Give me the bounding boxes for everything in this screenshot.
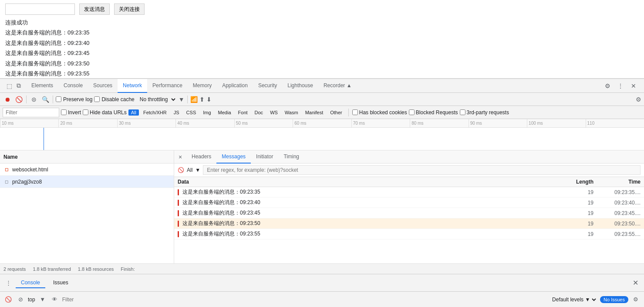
filter-icon[interactable]: ⊜ [29,95,39,104]
level-select[interactable]: Default levels ▼ [550,296,597,303]
third-party-label: 3rd-party requests [467,109,509,116]
disable-cache-checkbox[interactable]: Disable cache [94,96,134,102]
tab-console[interactable]: Console [58,79,88,93]
filter-media[interactable]: Media [216,109,234,116]
list-item-websocket[interactable]: ◻ websocket.html [0,164,174,176]
tab-performance[interactable]: Performance [147,79,188,93]
detail-tab-headers[interactable]: Headers [186,150,216,164]
tab-security[interactable]: Security [253,79,282,93]
preserve-log-checkbox[interactable]: Preserve log [56,96,92,102]
detail-tab-timing[interactable]: Timing [278,150,304,164]
eye-icon[interactable]: 👁 [50,295,60,304]
filter-bar: Invert Hide data URLs All Fetch/XHR JS C… [0,106,644,119]
filter-js[interactable]: JS [171,109,182,116]
wifi-icon[interactable]: 📶 [190,96,198,103]
top-dropdown-icon[interactable]: ▼ [38,295,47,304]
toolbar-divider-1 [26,96,27,103]
network-toolbar: ⏺ 🚫 ⊜ 🔍 Preserve log Disable cache No th… [0,93,644,106]
close-devtools-icon[interactable]: ✕ [628,81,639,91]
inspect-icon[interactable]: ⬚ [5,82,13,90]
device-icon[interactable]: ⧉ [15,82,23,90]
issues-tab[interactable]: Issues [48,278,74,288]
has-blocked-cookies-label: Has blocked cookies [359,109,407,116]
settings-icon[interactable]: ⚙ [602,81,613,91]
upload-icon[interactable]: ⬆ [199,96,205,103]
third-party-input[interactable] [460,109,465,115]
console-filter-input[interactable] [62,297,548,303]
detail-tab-initiator[interactable]: Initiator [251,150,278,164]
blocked-requests-input[interactable] [409,109,415,115]
disable-cache-input[interactable] [94,96,100,102]
list-item-pn2agj3vzo8[interactable]: ◻ pn2agj3vzo8 [0,176,174,188]
filter-ws[interactable]: WS [267,109,280,116]
message-row-0[interactable]: 这是来自服务端的消息：09:23:35 19 09:23:35.... [174,187,644,198]
detail-close-button[interactable]: × [174,151,186,163]
filter-css[interactable]: CSS [184,109,199,116]
filter-wasm[interactable]: Wasm [282,109,301,116]
record-button[interactable]: ⏺ [3,95,12,104]
hide-data-urls-input[interactable] [83,109,88,115]
log-line-1: 这是来自服务端的消息：09:23:35 [5,27,639,38]
throttle-select[interactable]: No throttling [136,96,177,103]
filter-clear-icon: 🚫 [178,167,184,173]
console-close-button[interactable]: ✕ [630,278,641,288]
filter-doc[interactable]: Doc [252,109,266,116]
tick-7: 80 ms [410,119,468,127]
console-stop-icon[interactable]: 🚫 [3,295,13,304]
tab-memory[interactable]: Memory [188,79,217,93]
has-blocked-cookies-input[interactable] [352,109,358,115]
message-row-2[interactable]: 这是来自服务端的消息：09:23:45 19 09:23:45.... [174,208,644,218]
log-output: 连接成功 这是来自服务端的消息：09:23:35 这是来自服务端的消息：09:2… [5,17,639,78]
invert-checkbox[interactable]: Invert [61,109,81,116]
filter-all[interactable]: All [128,109,139,116]
throttle-dropdown-icon[interactable]: ▼ [179,96,185,103]
invert-input[interactable] [61,109,67,115]
blocked-requests-checkbox[interactable]: Blocked Requests [409,109,458,116]
messages-filter-input[interactable] [203,165,641,175]
message-input[interactable] [5,3,75,15]
log-line-5: 这是来自服务端的消息：09:23:55 [5,68,639,78]
tab-application[interactable]: Application [217,79,253,93]
tab-network[interactable]: Network [118,79,147,93]
send-button[interactable]: 发送消息 [79,3,110,15]
name-list: Name ◻ websocket.html ◻ pn2agj3vzo8 [0,150,174,263]
detail-tab-messages[interactable]: Messages [216,150,251,164]
msg-time-1: 09:23:40.... [597,200,641,206]
console-tab[interactable]: Console [16,278,45,288]
tab-sources[interactable]: Sources [88,79,118,93]
msg-data-1: 这是来自服务端的消息：09:23:40 [182,199,564,206]
tab-lighthouse[interactable]: Lighthouse [282,79,318,93]
timeline-body[interactable] [0,128,644,150]
close-connection-button[interactable]: 关闭连接 [114,3,145,15]
third-party-checkbox[interactable]: 3rd-party requests [460,109,509,116]
search-icon[interactable]: 🔍 [40,95,50,104]
messages-dropdown-icon[interactable]: ▼ [195,167,200,173]
messages-filter-clear[interactable]: 🚫 [178,167,184,173]
tab-elements[interactable]: Elements [26,79,58,93]
network-settings-icon[interactable]: ⚙ [636,96,641,103]
download-icon[interactable]: ⬇ [206,96,212,103]
msg-indicator-1 [178,200,179,206]
console-more-icon[interactable]: ⋮ [3,278,13,288]
filter-other[interactable]: Other [327,109,345,116]
console-clear-icon[interactable]: ⊘ [16,295,25,304]
filter-font[interactable]: Font [236,109,250,116]
message-row-4[interactable]: 这是来自服务端的消息：09:23:55 19 09:23:55.... [174,229,644,239]
console-settings-icon[interactable]: ⚙ [631,295,641,304]
message-row-1[interactable]: 这是来自服务端的消息：09:23:40 19 09:23:40.... [174,198,644,208]
message-row-3[interactable]: 这是来自服务端的消息：09:23:50 19 09:23:50.... [174,218,644,229]
has-blocked-cookies-checkbox[interactable]: Has blocked cookies [352,109,407,116]
more-options-icon[interactable]: ⋮ [615,81,626,91]
filter-img[interactable]: Img [200,109,213,116]
no-issues-badge: No Issues [600,296,628,303]
tab-recorder[interactable]: Recorder ▲ [318,79,357,93]
filter-input[interactable] [3,108,59,117]
preserve-log-input[interactable] [56,96,61,102]
clear-button[interactable]: 🚫 [14,95,24,104]
log-line-2: 这是来自服务端的消息：09:23:40 [5,38,639,48]
filter-manifest[interactable]: Manifest [303,109,326,116]
filter-fetch-xhr[interactable]: Fetch/XHR [141,109,169,116]
disable-cache-label: Disable cache [101,96,134,102]
requests-count: 2 requests [3,266,26,272]
hide-data-urls-checkbox[interactable]: Hide data URLs [83,109,127,116]
